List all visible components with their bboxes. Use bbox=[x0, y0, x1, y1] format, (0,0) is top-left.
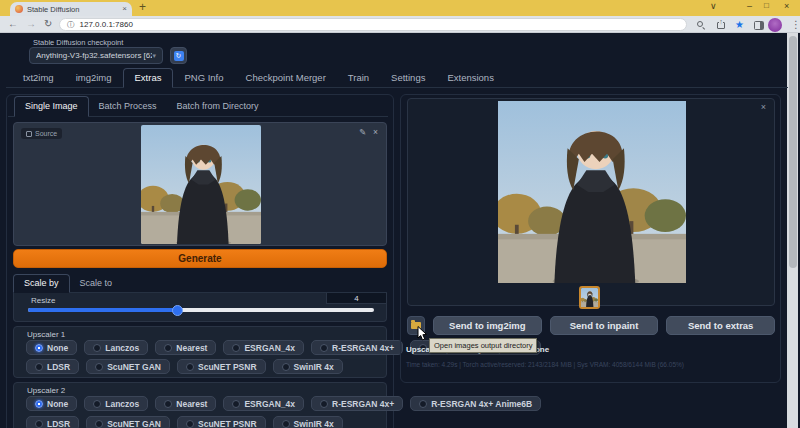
browser-tab[interactable]: Stable Diffusion × bbox=[10, 2, 132, 16]
edit-image-icon[interactable]: ✎ bbox=[359, 127, 366, 137]
upscaler1-option-none[interactable]: None bbox=[26, 340, 77, 355]
source-label: Source bbox=[35, 130, 57, 137]
option-label: ScuNET PSNR bbox=[198, 419, 257, 428]
tab-img2img[interactable]: img2img bbox=[65, 69, 123, 87]
upscaler2-option-resrgan-anime6b[interactable]: R-ESRGAN 4x+ Anime6B bbox=[410, 396, 541, 411]
radio-icon bbox=[320, 344, 328, 352]
tab-png-info[interactable]: PNG Info bbox=[173, 69, 234, 87]
tooltip: Open images output directory bbox=[429, 338, 537, 353]
resize-slider[interactable] bbox=[28, 308, 374, 312]
result-image[interactable] bbox=[498, 101, 686, 283]
tab-close-icon[interactable]: × bbox=[122, 5, 127, 13]
source-image-dropzone[interactable]: Source ✎ × bbox=[13, 122, 387, 246]
upscaler1-option-esrgan4x[interactable]: ESRGAN_4x bbox=[223, 340, 304, 355]
radio-icon bbox=[93, 400, 101, 408]
upscaler1-option-lanczos[interactable]: Lanczos bbox=[84, 340, 148, 355]
browser-toolbar: ← → ↻ ⓘ 127.0.0.1:7860 ★ ⋮ bbox=[0, 16, 800, 33]
minimize-icon[interactable]: – bbox=[747, 1, 752, 11]
result-close-icon[interactable]: × bbox=[761, 102, 766, 112]
address-bar[interactable]: ⓘ 127.0.0.1:7860 bbox=[59, 18, 687, 31]
back-icon[interactable]: ← bbox=[8, 18, 18, 29]
checkpoint-dropdown[interactable]: Anything-V3-fp32.safetensors [625a2ba2] … bbox=[29, 47, 163, 64]
upscaler1-option-nearest[interactable]: Nearest bbox=[155, 340, 216, 355]
tab-scale-by[interactable]: Scale by bbox=[13, 274, 70, 293]
upscaler2-option-scunet-psnr[interactable]: ScuNET PSNR bbox=[177, 416, 266, 428]
radio-icon bbox=[232, 344, 240, 352]
generate-button[interactable]: Generate bbox=[13, 249, 387, 268]
upscaler1-option-ldsr[interactable]: LDSR bbox=[26, 359, 79, 374]
tab-scale-to[interactable]: Scale to bbox=[70, 275, 123, 292]
tab-extensions[interactable]: Extensions bbox=[436, 69, 504, 87]
browser-titlebar: Stable Diffusion × + ∨ – □ × bbox=[0, 0, 800, 16]
option-label: ESRGAN_4x bbox=[244, 343, 295, 353]
option-label: ScuNET GAN bbox=[107, 362, 161, 372]
upscaler2-option-ldsr[interactable]: LDSR bbox=[26, 416, 79, 428]
tab-settings[interactable]: Settings bbox=[380, 69, 436, 87]
tab-txt2img[interactable]: txt2img bbox=[12, 69, 65, 87]
page-scrollbar[interactable] bbox=[787, 33, 798, 428]
browser-menu-icon[interactable]: ⋮ bbox=[791, 19, 800, 30]
option-label: ESRGAN_4x bbox=[244, 399, 295, 409]
send-to-extras-button[interactable]: Send to extras bbox=[666, 316, 775, 335]
checkpoint-label: Stable Diffusion checkpoint bbox=[33, 38, 123, 47]
upscaler2-option-swinir4x[interactable]: SwinIR 4x bbox=[273, 416, 343, 428]
radio-icon bbox=[35, 420, 43, 428]
upscaler2-option-nearest[interactable]: Nearest bbox=[155, 396, 216, 411]
option-label: ScuNET GAN bbox=[107, 419, 161, 428]
option-label: R-ESRGAN 4x+ bbox=[332, 343, 394, 353]
resize-value-input[interactable]: 4 bbox=[326, 293, 386, 304]
option-label: LDSR bbox=[47, 419, 70, 428]
refresh-checkpoint-button[interactable]: ↻ bbox=[170, 47, 187, 64]
reload-icon[interactable]: ↻ bbox=[44, 18, 52, 29]
upscaler2-option-resrgan4x[interactable]: R-ESRGAN 4x+ bbox=[311, 396, 403, 411]
image-icon bbox=[26, 131, 32, 137]
radio-icon bbox=[232, 400, 240, 408]
tab-search-icon[interactable]: ∨ bbox=[710, 1, 717, 11]
scale-tabs: Scale by Scale to bbox=[13, 276, 387, 293]
subtab-single-image[interactable]: Single Image bbox=[14, 96, 89, 117]
tab-extras[interactable]: Extras bbox=[123, 68, 174, 88]
forward-icon[interactable]: → bbox=[26, 18, 36, 29]
upscaler1-option-scunet-gan[interactable]: ScuNET GAN bbox=[86, 359, 170, 374]
clear-image-icon[interactable]: × bbox=[373, 127, 378, 137]
upscaler1-option-scunet-psnr[interactable]: ScuNET PSNR bbox=[177, 359, 266, 374]
upscaler2-option-lanczos[interactable]: Lanczos bbox=[84, 396, 148, 411]
result-thumbnail[interactable] bbox=[579, 286, 600, 309]
option-label: Nearest bbox=[176, 343, 207, 353]
site-info-icon[interactable]: ⓘ bbox=[67, 21, 75, 28]
upscaler2-option-esrgan4x[interactable]: ESRGAN_4x bbox=[223, 396, 304, 411]
upscaler2-panel: Upscaler 2 None Lanczos Nearest ESRGAN_4… bbox=[13, 382, 387, 428]
side-panel-icon[interactable] bbox=[754, 21, 764, 30]
upscaler2-option-none[interactable]: None bbox=[26, 396, 77, 411]
tab-checkpoint-merger[interactable]: Checkpoint Merger bbox=[235, 69, 337, 87]
option-label: R-ESRGAN 4x+ Anime6B bbox=[431, 399, 532, 409]
option-label: Lanczos bbox=[105, 343, 139, 353]
url-text: 127.0.0.1:7860 bbox=[80, 20, 133, 29]
send-to-inpaint-button[interactable]: Send to inpaint bbox=[550, 316, 659, 335]
upscaler2-option-scunet-gan[interactable]: ScuNET GAN bbox=[86, 416, 170, 428]
close-icon[interactable]: × bbox=[784, 1, 789, 11]
slider-handle[interactable] bbox=[172, 305, 183, 316]
tab-train[interactable]: Train bbox=[337, 69, 380, 87]
radio-icon bbox=[320, 400, 328, 408]
upscaler1-option-swinir4x[interactable]: SwinIR 4x bbox=[273, 359, 343, 374]
new-tab-icon[interactable]: + bbox=[139, 0, 146, 14]
cursor-icon bbox=[417, 326, 429, 346]
bookmark-star-icon[interactable]: ★ bbox=[735, 19, 744, 30]
option-label: None bbox=[47, 399, 68, 409]
option-label: R-ESRGAN 4x+ bbox=[332, 399, 394, 409]
maximize-icon[interactable]: □ bbox=[764, 1, 769, 10]
subtab-batch-from-directory[interactable]: Batch from Directory bbox=[167, 97, 269, 116]
upscaler1-option-resrgan4x[interactable]: R-ESRGAN 4x+ bbox=[311, 340, 403, 355]
option-label: Lanczos bbox=[105, 399, 139, 409]
radio-icon bbox=[282, 363, 290, 371]
scrollbar-thumb[interactable] bbox=[789, 36, 797, 268]
radio-icon bbox=[164, 400, 172, 408]
zoom-icon[interactable] bbox=[697, 21, 706, 30]
browser-tab-title: Stable Diffusion bbox=[27, 5, 118, 14]
subtab-batch-process[interactable]: Batch Process bbox=[89, 97, 167, 116]
avatar[interactable] bbox=[768, 18, 782, 32]
share-icon[interactable] bbox=[717, 22, 725, 29]
send-to-img2img-button[interactable]: Send to img2img bbox=[433, 316, 542, 335]
radio-selected-icon bbox=[35, 400, 43, 408]
